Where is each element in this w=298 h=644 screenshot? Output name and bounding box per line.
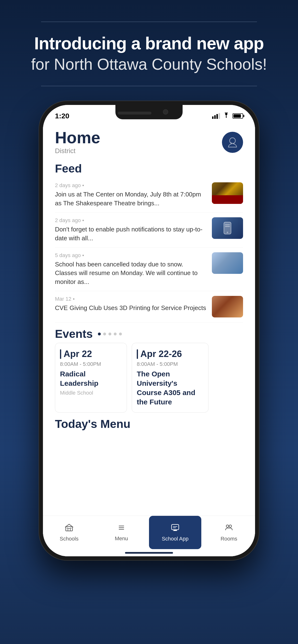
svg-rect-12 — [172, 524, 179, 530]
event-date: Apr 22-26 — [137, 349, 203, 359]
feed-item[interactable]: 5 days ago • School has been cancelled t… — [55, 248, 243, 291]
feed-thumbnail — [212, 252, 243, 274]
events-header: Events — [43, 322, 255, 343]
svg-point-4 — [227, 232, 228, 233]
dot-inactive — [114, 332, 117, 336]
nav-item-school-app[interactable]: School App — [149, 516, 201, 549]
school-app-icon — [171, 523, 180, 534]
rooms-icon — [225, 523, 233, 534]
spacer — [43, 430, 255, 516]
event-time: 8:00AM - 5:00PM — [137, 361, 203, 367]
events-cards: Apr 22 8:00AM - 5:00PM Radical Leadershi… — [43, 343, 255, 412]
feed-text: CVE Giving Club Uses 3D Printing for Ser… — [55, 304, 207, 312]
app-content: Home District Feed 2 day — [43, 122, 255, 556]
svg-point-14 — [229, 525, 232, 527]
event-time: 8:00AM - 5:00PM — [60, 361, 122, 367]
phone-screen: 1:20 — [43, 105, 255, 556]
feed-item[interactable]: 2 days ago • Join us at The Center on Mo… — [55, 178, 243, 212]
svg-point-0 — [226, 117, 227, 118]
svg-rect-10 — [119, 527, 124, 528]
battery-fill — [233, 114, 241, 118]
feed-thumbnail — [212, 217, 243, 239]
svg-rect-11 — [119, 529, 124, 530]
event-date: Apr 22 — [60, 349, 122, 359]
event-name: The Open University's Course A305 and th… — [137, 369, 203, 406]
page-subtitle: District — [55, 147, 100, 155]
svg-rect-3 — [225, 226, 230, 227]
feed-thumbnail — [212, 296, 243, 318]
phone-wrapper: 1:20 — [39, 100, 259, 644]
event-location: Middle School — [60, 390, 122, 396]
nav-label-menu: Menu — [115, 536, 128, 542]
phone-notch — [115, 105, 183, 119]
feed-timestamp: 5 days ago • — [55, 252, 207, 258]
feed-text: Don't forget to enable push notification… — [55, 225, 207, 242]
nav-item-rooms[interactable]: Rooms — [203, 516, 255, 549]
svg-rect-8 — [70, 528, 72, 529]
feed-item[interactable]: Mar 12 • CVE Giving Club Uses 3D Printin… — [55, 291, 243, 322]
feed-text: School has been cancelled today due to s… — [55, 260, 207, 286]
menu-section-title: Today's Menu — [55, 417, 243, 430]
feed-timestamp: Mar 12 • — [55, 296, 207, 302]
students-image — [212, 296, 243, 318]
nav-item-schools[interactable]: Schools — [43, 516, 95, 549]
dot-active — [98, 332, 101, 336]
status-icons — [212, 112, 243, 119]
signal-bar-1 — [212, 116, 214, 119]
home-title-block: Home District — [55, 130, 100, 155]
home-indicator — [43, 549, 255, 556]
signal-bar-4 — [219, 113, 220, 119]
event-date-bar — [60, 349, 61, 359]
events-section-title: Events — [55, 327, 93, 340]
header-title-normal: for North Ottawa County Schools! — [31, 55, 267, 74]
feed-text-block: 2 days ago • Join us at The Center on Mo… — [55, 182, 207, 208]
dot-inactive — [119, 332, 122, 336]
schools-icon — [65, 523, 73, 534]
nav-label-schools: Schools — [60, 536, 78, 542]
battery-icon — [232, 113, 243, 118]
nav-item-menu[interactable]: Menu — [95, 516, 147, 549]
event-date-bar — [137, 349, 138, 359]
event-card[interactable]: Apr 22-26 8:00AM - 5:00PM The Open Unive… — [132, 343, 209, 412]
signal-bars-icon — [212, 113, 220, 119]
menu-icon — [117, 524, 125, 534]
bottom-nav: Schools Menu — [43, 516, 255, 549]
feed-text: Join us at The Center on Monday, July 8t… — [55, 190, 207, 208]
app-header: Home District — [43, 122, 255, 157]
svg-rect-6 — [68, 528, 70, 531]
phone-speaker — [118, 112, 152, 114]
phone-hands-image — [212, 217, 243, 239]
svg-point-13 — [226, 525, 229, 527]
feed-list: 2 days ago • Join us at The Center on Mo… — [43, 178, 255, 322]
svg-rect-9 — [119, 526, 124, 526]
menu-section: Today's Menu — [43, 412, 255, 430]
dot-inactive — [108, 332, 111, 336]
avatar[interactable] — [222, 132, 243, 153]
dot-inactive — [103, 332, 106, 336]
feed-text-block: 2 days ago • Don't forget to enable push… — [55, 217, 207, 242]
feed-item[interactable]: 2 days ago • Don't forget to enable push… — [55, 212, 243, 248]
feed-section-title: Feed — [43, 157, 255, 178]
top-divider — [41, 22, 257, 22]
feed-timestamp: 2 days ago • — [55, 182, 207, 188]
feed-text-block: Mar 12 • CVE Giving Club Uses 3D Printin… — [55, 296, 207, 312]
bottom-divider — [41, 86, 257, 86]
header-section: Introducing a brand new app for North Ot… — [12, 34, 286, 74]
signal-bar-2 — [214, 115, 216, 119]
svg-rect-2 — [225, 224, 230, 225]
home-bar — [125, 552, 173, 554]
wifi-icon — [223, 112, 230, 119]
event-name: Radical Leadership — [60, 369, 122, 388]
event-card[interactable]: Apr 22 8:00AM - 5:00PM Radical Leadershi… — [55, 343, 127, 412]
nav-label-school-app: School App — [162, 536, 188, 542]
phone-outer: 1:20 — [39, 100, 259, 560]
header-title-bold: Introducing a brand new app — [31, 34, 267, 53]
feed-text-block: 5 days ago • School has been cancelled t… — [55, 252, 207, 286]
nav-label-rooms: Rooms — [221, 536, 237, 542]
feed-thumbnail — [212, 182, 243, 204]
svg-rect-7 — [67, 528, 68, 529]
signal-bar-3 — [216, 114, 218, 119]
phone-camera — [163, 109, 168, 114]
page-title: Home — [55, 130, 100, 146]
status-time: 1:20 — [55, 112, 69, 120]
